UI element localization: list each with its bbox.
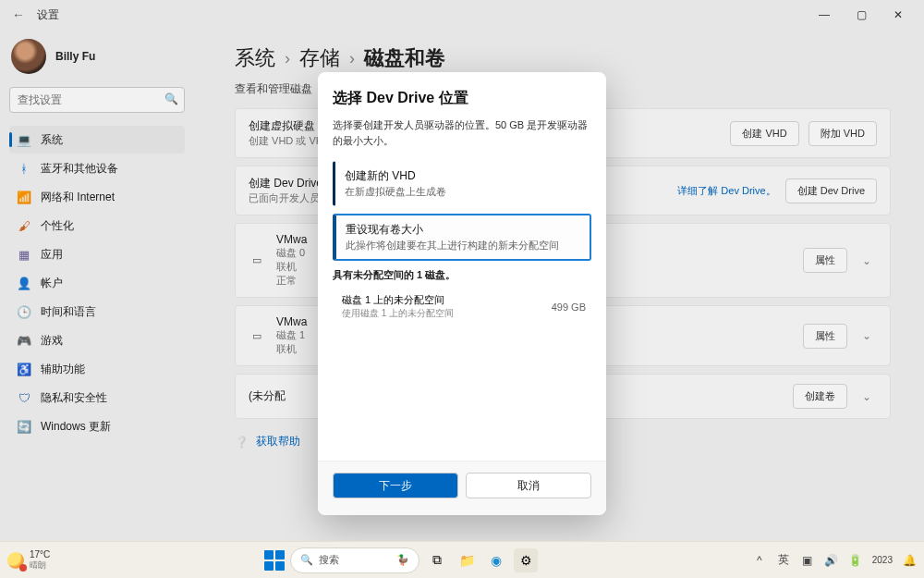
taskbar-app-explorer[interactable]: 📁 (455, 548, 479, 572)
taskbar: 17°C 晴朗 🔍 搜索 🦆 ⧉ 📁 ◉ ⚙ ^ 英 ▣ 🔊 🔋 2023 🔔 (0, 541, 924, 578)
start-button[interactable] (264, 550, 285, 571)
disk-option[interactable]: 磁盘 1 上的未分配空间 使用磁盘 1 上的未分配空间 499 GB (333, 289, 591, 324)
tray-notifications-icon[interactable]: 🔔 (902, 554, 917, 567)
next-button[interactable]: 下一步 (333, 473, 458, 498)
modal-overlay: 选择 Dev Drive 位置 选择要创建开发人员驱动器的位置。50 GB 是开… (0, 0, 924, 578)
disk-entry-size: 499 GB (552, 301, 586, 313)
weather-widget[interactable]: 17°C 晴朗 (7, 549, 50, 572)
cancel-button[interactable]: 取消 (466, 473, 591, 498)
dev-drive-location-dialog: 选择 Dev Drive 位置 选择要创建开发人员驱动器的位置。50 GB 是开… (318, 72, 606, 515)
tray-clock[interactable]: 2023 (872, 555, 893, 565)
option-sub: 在新虚拟硬盘上生成卷 (345, 186, 581, 199)
tray-language[interactable]: 英 (776, 552, 791, 568)
dialog-actions: 下一步 取消 (318, 461, 606, 515)
option-resize-existing-volume[interactable]: 重设现有卷大小 此操作将创建要在其上进行构建的新未分配空间 (333, 214, 591, 261)
option-sub: 此操作将创建要在其上进行构建的新未分配空间 (346, 240, 580, 252)
taskbar-app-edge[interactable]: ◉ (484, 548, 508, 572)
search-icon: 🔍 (300, 554, 313, 566)
taskbar-app-settings[interactable]: ⚙ (514, 548, 538, 572)
tray-volume-icon[interactable]: 🔊 (824, 554, 839, 567)
option-title: 创建新的 VHD (345, 168, 581, 184)
weather-desc: 晴朗 (30, 560, 50, 572)
available-disks-header: 具有未分配空间的 1 磁盘。 (333, 268, 591, 282)
tray-battery-icon[interactable]: 🔋 (848, 554, 863, 567)
disk-entry-sub: 使用磁盘 1 上的未分配空间 (342, 307, 454, 320)
tray-chevron-up-icon[interactable]: ^ (752, 554, 767, 567)
option-create-new-vhd[interactable]: 创建新的 VHD 在新虚拟硬盘上生成卷 (333, 161, 591, 206)
taskbar-app-taskview[interactable]: ⧉ (425, 548, 449, 572)
option-title: 重设现有卷大小 (346, 222, 580, 238)
weather-temp: 17°C (30, 549, 50, 560)
weather-icon (7, 552, 24, 569)
tray-network-icon[interactable]: ▣ (800, 554, 815, 567)
dialog-description: 选择要创建开发人员驱动器的位置。50 GB 是开发驱动器的最小大小。 (333, 117, 591, 148)
taskbar-search[interactable]: 🔍 搜索 🦆 (290, 547, 419, 573)
dialog-title: 选择 Dev Drive 位置 (333, 89, 591, 108)
taskbar-search-placeholder: 搜索 (319, 553, 339, 567)
disk-entry-title: 磁盘 1 上的未分配空间 (342, 293, 454, 307)
